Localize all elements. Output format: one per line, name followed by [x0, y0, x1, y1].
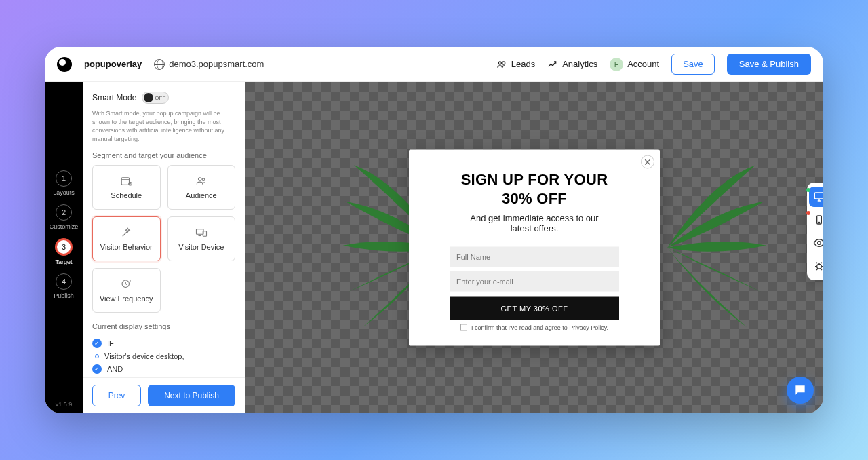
check-icon: ✓ [92, 339, 102, 348]
analytics-icon [547, 59, 558, 70]
smart-mode-toggle[interactable]: OFF [142, 92, 169, 104]
clock-refresh-icon [119, 278, 133, 290]
step-target-label: Target [55, 258, 72, 265]
globe-icon [154, 59, 165, 70]
avatar-icon: F [610, 58, 623, 71]
debug-button[interactable] [809, 256, 823, 276]
device-preview-rail [807, 183, 823, 280]
step-layouts-label: Layouts [53, 189, 75, 196]
smart-mode-label: Smart Mode [92, 93, 136, 102]
tile-audience[interactable]: Audience [167, 165, 236, 210]
step-layouts[interactable]: 1 Layouts [53, 170, 75, 196]
status-dot-icon [806, 211, 810, 215]
chat-icon [793, 383, 807, 397]
nav-account-label: Account [627, 59, 659, 69]
consent-checkbox[interactable] [460, 324, 467, 331]
devices-icon [195, 227, 208, 239]
desktop-preview-button[interactable] [809, 187, 823, 207]
save-publish-button[interactable]: Save & Publish [727, 54, 811, 75]
tile-view-frequency[interactable]: View Frequency [92, 268, 161, 313]
next-button[interactable]: Next to Publish [148, 385, 235, 406]
email-input[interactable] [450, 271, 619, 292]
svg-point-4 [198, 178, 201, 181]
tile-schedule-label: Schedule [111, 191, 142, 199]
svg-rect-9 [814, 193, 823, 199]
svg-point-11 [818, 222, 819, 223]
step-rail: 1 Layouts 2 Customize 3 Target 4 Publish… [45, 82, 83, 413]
step-publish[interactable]: 4 Publish [54, 273, 74, 299]
editor-body: 1 Layouts 2 Customize 3 Target 4 Publish… [45, 82, 823, 413]
people-icon [195, 175, 208, 187]
svg-point-0 [498, 62, 501, 64]
mobile-icon [814, 214, 823, 225]
visibility-button[interactable] [809, 233, 823, 253]
palm-leaf-decoration [654, 159, 769, 336]
svg-point-13 [817, 264, 822, 269]
tile-visitor-device[interactable]: Visitor Device [167, 216, 236, 261]
svg-point-1 [502, 62, 505, 64]
tile-audience-label: Audience [186, 191, 217, 199]
svg-rect-2 [122, 178, 130, 185]
smart-mode-help: With Smart mode, your popup campaign wil… [92, 109, 235, 143]
status-dot-icon [806, 188, 810, 192]
nav-leads-label: Leads [511, 59, 535, 69]
mobile-preview-button[interactable] [809, 210, 823, 230]
calendar-icon [119, 175, 133, 187]
consent-row[interactable]: I confirm that I've read and agree to Pr… [429, 324, 639, 331]
popup-title: SIGN UP FOR YOUR 30% OFF [429, 170, 639, 208]
monitor-icon [813, 191, 823, 203]
prev-button[interactable]: Prev [92, 385, 141, 406]
save-button[interactable]: Save [671, 54, 715, 75]
step-customize[interactable]: 2 Customize [50, 204, 79, 230]
svg-point-5 [202, 178, 205, 181]
fullname-input[interactable] [450, 247, 619, 267]
app-version: v1.5.9 [56, 401, 73, 408]
tile-device-label: Visitor Device [178, 243, 224, 251]
support-chat-button[interactable] [787, 377, 814, 404]
wand-icon [119, 227, 133, 239]
topbar: popupoverlay demo3.popupsmart.com Leads … [45, 47, 823, 82]
bullet-icon [95, 354, 99, 358]
leads-icon [496, 59, 507, 70]
tile-behavior-label: Visitor Behavior [100, 243, 153, 251]
brand-logo-icon [57, 57, 72, 72]
tile-visitor-behavior[interactable]: Visitor Behavior [92, 216, 161, 261]
target-settings-panel: Smart Mode OFF With Smart mode, your pop… [83, 82, 245, 413]
domain-indicator[interactable]: demo3.popupsmart.com [154, 59, 264, 70]
popup-preview[interactable]: ✕ SIGN UP FOR YOUR 30% OFF And get immed… [409, 150, 660, 346]
svg-point-12 [818, 242, 821, 245]
popup-subtitle: And get immediate access to our latest o… [429, 213, 639, 233]
rule-and[interactable]: ✓AND [92, 364, 235, 374]
tile-frequency-label: View Frequency [100, 294, 153, 303]
svg-rect-6 [196, 229, 203, 235]
rule-condition[interactable]: Visitor's device desktop, [92, 352, 235, 360]
app-window: popupoverlay demo3.popupsmart.com Leads … [45, 47, 823, 413]
nav-analytics[interactable]: Analytics [547, 59, 597, 70]
close-icon[interactable]: ✕ [641, 155, 654, 169]
step-target[interactable]: 3 Target [55, 238, 73, 265]
nav-account[interactable]: F Account [610, 58, 659, 71]
popup-cta-button[interactable]: GET MY 30% OFF [450, 297, 619, 320]
check-icon: ✓ [92, 364, 102, 374]
step-customize-label: Customize [50, 223, 79, 230]
nav-analytics-label: Analytics [562, 59, 597, 69]
panel-footer: Prev Next to Publish [83, 377, 245, 413]
tile-schedule[interactable]: Schedule [92, 165, 161, 210]
bug-icon [814, 261, 823, 271]
segment-heading: Segment and target your audience [92, 151, 235, 159]
rule-if[interactable]: ✓IF [92, 339, 235, 348]
current-settings-heading: Current display settings [92, 322, 235, 330]
nav-leads[interactable]: Leads [496, 59, 535, 70]
domain-text: demo3.popupsmart.com [169, 59, 264, 69]
brand-name: popupoverlay [84, 59, 142, 69]
display-rules-list: ✓IF Visitor's device desktop, ✓AND [92, 339, 235, 374]
consent-text: I confirm that I've read and agree to Pr… [471, 324, 608, 331]
preview-canvas: ✕ SIGN UP FOR YOUR 30% OFF And get immed… [245, 82, 823, 413]
eye-icon [813, 237, 823, 249]
step-publish-label: Publish [54, 292, 74, 299]
